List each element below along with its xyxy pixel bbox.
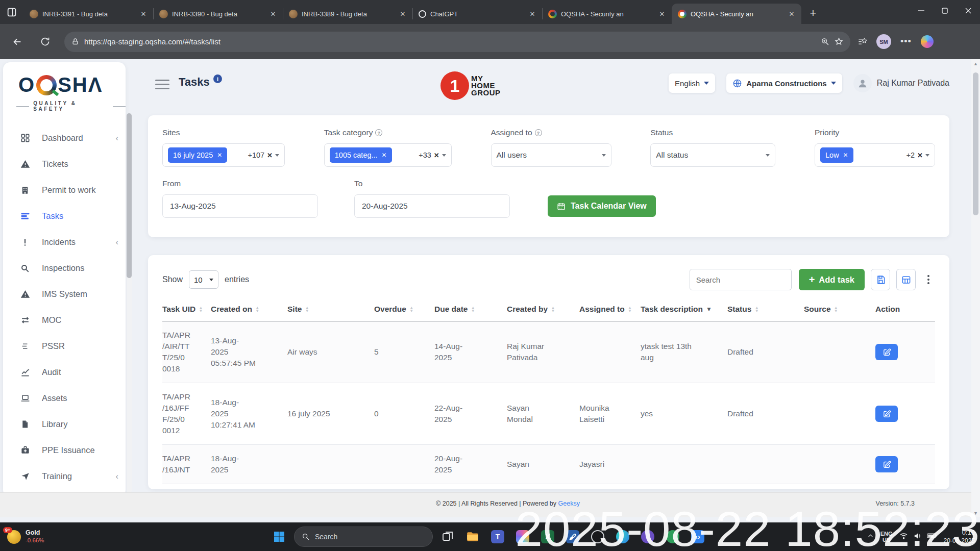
edit-task-button[interactable]	[875, 406, 898, 422]
sidebar-item-assets[interactable]: Assets	[3, 385, 126, 411]
edit-task-button[interactable]	[875, 456, 898, 472]
tab-bug-3391[interactable]: INRB-3391 - Bug deta ✕	[23, 4, 153, 24]
from-date-input[interactable]	[162, 194, 318, 218]
sidebar-item-dashboard[interactable]: Dashboard ‹	[3, 125, 126, 151]
chip-remove-icon[interactable]: ✕	[382, 152, 387, 159]
site-chip[interactable]: 16 july 2025✕	[168, 147, 227, 163]
tab-close-icon[interactable]: ✕	[787, 9, 796, 18]
column-header[interactable]: Created on▲▼	[211, 299, 287, 321]
url-text[interactable]: https://qa-staging.oqsha.com/#/tasks/lis…	[84, 37, 816, 46]
scroll-up-icon[interactable]: ▲	[971, 59, 980, 68]
tab-bug-3389[interactable]: INRB-3389 - Bug deta ✕	[283, 4, 412, 24]
sidebar-item-audit[interactable]: Audit	[3, 359, 126, 385]
sidebar-item-tasks[interactable]: Tasks	[3, 203, 126, 229]
sidebar-item-permit-to-work[interactable]: Permit to work	[3, 177, 126, 203]
sort-icon[interactable]: ▲▼	[551, 306, 555, 312]
more-options-button[interactable]	[922, 269, 935, 290]
clear-all-icon[interactable]: ✕	[434, 152, 439, 159]
chip-remove-icon[interactable]: ✕	[217, 152, 222, 159]
column-header[interactable]: Site▲▼	[287, 299, 374, 321]
column-header[interactable]: Source▲▼	[804, 299, 875, 321]
copilot-icon[interactable]	[921, 35, 934, 48]
sort-icon[interactable]: ▲▼	[409, 306, 413, 312]
page-scrollbar-thumb[interactable]	[973, 72, 978, 215]
sidebar-item-training[interactable]: Training ‹	[3, 463, 126, 489]
sidebar-item-library[interactable]: Library	[3, 411, 126, 437]
sidebar-scrollbar[interactable]	[127, 113, 132, 493]
priority-multiselect[interactable]: Low✕ +2✕	[815, 143, 935, 167]
lock-icon[interactable]	[71, 38, 79, 45]
priority-chip[interactable]: Low✕	[820, 147, 853, 163]
page-size-select[interactable]: 10	[189, 270, 218, 289]
to-date-input[interactable]	[354, 194, 510, 218]
sidebar-item-ppe-issuance[interactable]: PPE Issuance	[3, 437, 126, 463]
export-save-button[interactable]	[871, 269, 890, 290]
sidebar-item-moc[interactable]: MOC	[3, 307, 126, 333]
sidebar-item-inspections[interactable]: Inspections	[3, 255, 126, 281]
window-maximize-button[interactable]	[933, 0, 957, 21]
tab-bug-3390[interactable]: INRB-3390 - Bug deta ✕	[153, 4, 283, 24]
sidebar-item-pssr[interactable]: PSSR	[3, 333, 126, 359]
task-view-icon[interactable]	[437, 527, 458, 547]
tab-close-icon[interactable]: ✕	[528, 9, 537, 18]
zoom-icon[interactable]	[821, 37, 829, 46]
help-icon[interactable]: ?	[375, 129, 382, 136]
file-explorer-icon[interactable]	[462, 527, 483, 547]
language-select[interactable]: English	[669, 73, 715, 93]
help-icon[interactable]: ?	[535, 129, 542, 136]
tab-oqsha-1[interactable]: OQSHA - Security an ✕	[542, 4, 672, 24]
clear-all-icon[interactable]: ✕	[267, 152, 273, 159]
address-bar[interactable]: https://qa-staging.oqsha.com/#/tasks/lis…	[64, 32, 850, 52]
window-close-button[interactable]	[957, 0, 980, 21]
bookmarks-panel-icon[interactable]	[857, 37, 867, 46]
sort-icon[interactable]: ▲▼	[628, 306, 632, 312]
sort-icon[interactable]: ▲▼	[754, 306, 758, 312]
user-menu[interactable]: Raj Kumar Pativada	[853, 74, 949, 92]
window-minimize-button[interactable]	[910, 0, 933, 21]
status-select[interactable]: All status	[650, 143, 775, 167]
tab-close-icon[interactable]: ✕	[139, 9, 148, 18]
column-header[interactable]: Due date▲▼	[434, 299, 507, 321]
start-button[interactable]	[269, 527, 289, 547]
tab-search-icon[interactable]	[0, 2, 23, 22]
sort-desc-icon[interactable]: ▼	[706, 306, 712, 312]
browser-menu-icon[interactable]: •••	[900, 36, 912, 47]
category-chip[interactable]: 1005 categ...✕	[330, 147, 392, 163]
task-calendar-view-button[interactable]: Task Calendar View	[548, 195, 656, 217]
table-search-input[interactable]	[690, 269, 792, 290]
tab-close-icon[interactable]: ✕	[657, 9, 667, 18]
column-header[interactable]: Task UID▲▼	[162, 299, 211, 321]
chevron-left-icon[interactable]: ‹	[116, 133, 119, 143]
chevron-left-icon[interactable]: ‹	[116, 471, 119, 481]
sort-icon[interactable]: ▲▼	[255, 306, 259, 312]
back-icon[interactable]	[7, 32, 28, 52]
tab-close-icon[interactable]: ✕	[268, 9, 278, 18]
reload-icon[interactable]	[35, 32, 55, 52]
page-scrollbar[interactable]: ▲ ▼	[971, 59, 980, 517]
sort-icon[interactable]: ▲▼	[199, 306, 203, 312]
chip-remove-icon[interactable]: ✕	[843, 152, 848, 159]
info-icon[interactable]: i	[213, 74, 222, 83]
chevron-left-icon[interactable]: ‹	[116, 237, 119, 247]
sidebar-item-tickets[interactable]: Tickets	[3, 151, 126, 177]
sort-icon[interactable]: ▲▼	[305, 306, 309, 312]
add-task-button[interactable]: +Add task	[799, 269, 865, 290]
column-header[interactable]: Status▲▼	[727, 299, 804, 321]
sites-multiselect[interactable]: 16 july 2025✕ +107✕	[162, 143, 285, 167]
edit-task-button[interactable]	[875, 344, 898, 360]
clear-all-icon[interactable]: ✕	[917, 152, 923, 159]
new-tab-button[interactable]: +	[804, 5, 822, 22]
assigned-to-select[interactable]: All users	[491, 143, 611, 167]
column-header[interactable]: Task description▼	[641, 299, 727, 321]
organization-select[interactable]: Aparna Constructions	[726, 73, 842, 93]
taskbar-search-box[interactable]: Search	[294, 527, 433, 547]
tab-chatgpt[interactable]: ChatGPT ✕	[412, 4, 542, 24]
tab-oqsha-active[interactable]: OQSHA - Security an ✕	[672, 4, 801, 24]
column-header[interactable]: Overdue▲▼	[374, 299, 434, 321]
column-header[interactable]: Action	[875, 299, 935, 321]
column-settings-button[interactable]	[896, 269, 916, 290]
sidebar-scrollbar-thumb[interactable]	[127, 113, 132, 278]
browser-profile-avatar[interactable]: SM	[876, 34, 891, 49]
column-header[interactable]: Created by▲▼	[507, 299, 579, 321]
hamburger-menu-icon[interactable]	[155, 80, 169, 89]
